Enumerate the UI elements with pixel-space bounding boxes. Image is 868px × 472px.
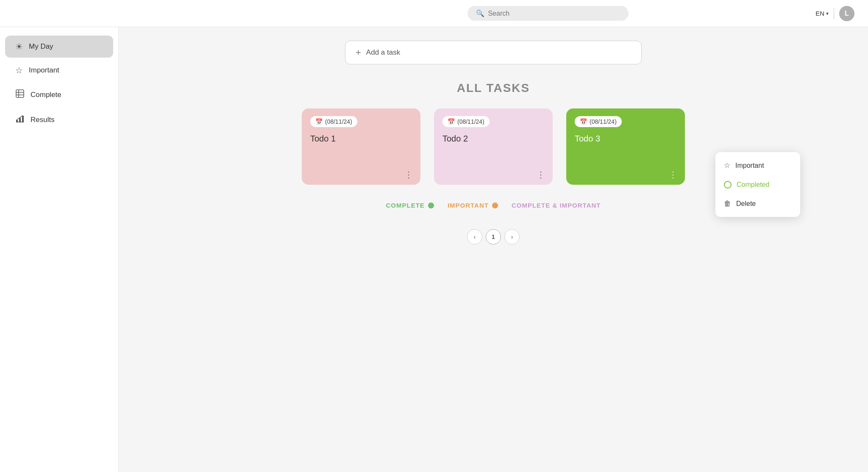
task-card-todo2[interactable]: 📅 (08/11/24) Todo 2 ⋮ [434,108,553,185]
important-dot [492,203,498,208]
task-date-badge: 📅 (08/11/24) [575,116,622,127]
complete-icon [15,89,25,100]
context-menu-delete-label: Delete [736,200,756,208]
trash-icon: 🗑 [724,200,731,208]
svg-rect-6 [22,116,24,122]
context-menu-completed[interactable]: Completed [715,175,800,194]
legend-both: COMPLETE & IMPORTANT [512,202,601,209]
add-icon: + [356,47,361,58]
calendar-icon: 📅 [315,118,323,125]
context-menu-important-label: Important [735,162,764,169]
section-title: ALL TASKS [457,81,530,95]
topbar-divider [834,8,834,19]
page-1-button[interactable]: 1 [486,229,501,244]
task-date: (08/11/24) [590,118,617,125]
legend-important-label: IMPORTANT [448,202,489,209]
prev-page-button[interactable]: ‹ [467,229,482,244]
add-task-label: Add a task [366,48,400,57]
search-wrapper: 🔍 [467,6,629,21]
lang-selector[interactable]: EN ▾ [815,10,829,17]
task-date-badge: 📅 (08/11/24) [310,116,357,127]
sidebar-item-label: Results [31,116,55,124]
complete-dot [428,203,434,208]
calendar-icon: 📅 [580,118,587,125]
search-input[interactable] [488,10,620,17]
calendar-icon: 📅 [448,118,455,125]
task-card-todo3[interactable]: 📅 (08/11/24) Todo 3 ⋮ [566,108,685,185]
task-title: Todo 1 [310,134,412,144]
pagination: ‹ 1 › [467,229,520,244]
context-menu: ☆ Important Completed 🗑 Delete [715,152,800,217]
sidebar-item-my-day[interactable]: ☀ My Day [5,36,113,58]
search-icon: 🔍 [476,9,484,17]
sidebar-item-complete[interactable]: Complete [5,83,113,106]
sidebar-item-label: Important [29,66,59,75]
context-menu-delete[interactable]: 🗑 Delete [715,194,800,214]
add-task-bar[interactable]: + Add a task [345,41,642,64]
topbar-center: 🔍 [281,6,815,21]
task-menu-button[interactable]: ⋮ [669,170,678,179]
svg-rect-0 [16,90,24,97]
task-title: Todo 2 [442,134,544,144]
circle-check-icon [724,181,732,189]
legend-complete: COMPLETE [386,202,434,209]
results-icon [15,114,25,125]
context-menu-completed-label: Completed [737,181,769,189]
sidebar-item-label: My Day [29,42,53,51]
sun-icon: ☀ [15,42,23,52]
tasks-grid: 📅 (08/11/24) Todo 1 ⋮ 📅 (08/11/24) Todo … [302,108,685,185]
main-layout: ☀ My Day ☆ Important Complete [0,27,868,472]
task-card-todo1[interactable]: 📅 (08/11/24) Todo 1 ⋮ [302,108,420,185]
sidebar-item-important[interactable]: ☆ Important [5,59,113,81]
chevron-down-icon: ▾ [826,11,829,17]
legend-complete-label: COMPLETE [386,202,425,209]
sidebar: ☀ My Day ☆ Important Complete [0,27,119,472]
task-menu-button[interactable]: ⋮ [537,170,546,179]
legend: COMPLETE IMPORTANT COMPLETE & IMPORTANT [386,202,601,209]
task-date-badge: 📅 (08/11/24) [442,116,490,127]
task-title: Todo 3 [575,134,676,144]
legend-important: IMPORTANT [448,202,498,209]
task-date: (08/11/24) [457,118,484,125]
task-date: (08/11/24) [325,118,352,125]
next-page-button[interactable]: › [504,229,520,244]
topbar-right: EN ▾ L [815,6,854,21]
avatar[interactable]: L [839,6,854,21]
star-icon: ☆ [724,161,730,170]
context-menu-important[interactable]: ☆ Important [715,155,800,175]
main-content: + Add a task ALL TASKS 📅 (08/11/24) Todo… [119,27,868,472]
sidebar-item-label: Complete [31,91,61,99]
lang-label: EN [815,10,824,17]
star-icon: ☆ [15,65,23,75]
legend-both-label: COMPLETE & IMPORTANT [512,202,601,209]
sidebar-item-results[interactable]: Results [5,108,113,131]
task-menu-button[interactable]: ⋮ [404,170,414,179]
topbar: 🔍 EN ▾ L [0,0,868,27]
